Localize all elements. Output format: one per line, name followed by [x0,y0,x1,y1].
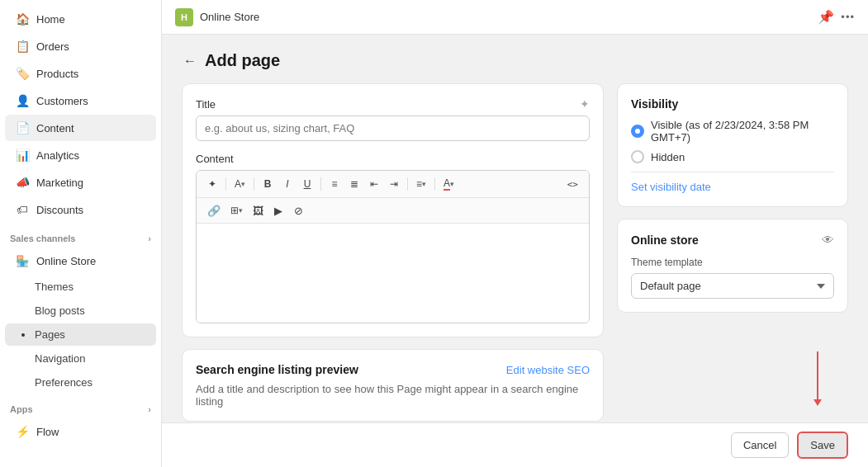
visible-radio[interactable] [631,125,644,138]
sidebar-item-content-label: Content [36,122,74,134]
seo-card: Search engine listing preview Edit websi… [182,349,604,422]
toolbar-divider-4 [407,177,408,191]
online-store-eye-icon[interactable]: 👁 [822,233,834,247]
analytics-icon: 📊 [15,148,30,163]
topbar-title: Online Store [200,11,811,23]
sidebar-sub-blog-posts-label: Blog posts [35,304,85,317]
flow-icon: ⚡ [15,424,30,439]
cancel-button[interactable]: Cancel [731,432,789,458]
rte-format-btn[interactable]: ✦ [203,175,221,193]
sales-channels-chevron[interactable]: › [148,234,151,243]
rte-toolbar-row1: ✦ A ▾ B I U ≡ ≣ [197,171,589,198]
sidebar-item-customers[interactable]: 👤 Customers [5,87,156,114]
customers-icon: 👤 [15,93,30,108]
toolbar-divider-2 [254,177,254,191]
sidebar-item-home[interactable]: 🏠 Home [5,6,156,32]
sidebar-item-products[interactable]: 🏷️ Products [5,60,156,87]
sidebar-sub-navigation[interactable]: Navigation [5,347,156,370]
title-settings-icon[interactable]: ✦ [580,97,590,111]
content-label: Content [196,153,590,165]
seo-description: Add a title and description to see how t… [196,383,590,408]
apps-label: Apps [10,404,33,414]
hidden-radio[interactable] [631,150,644,163]
sidebar-item-discounts-label: Discounts [36,204,83,216]
hidden-label: Hidden [651,151,685,163]
sidebar-item-products-label: Products [36,68,78,80]
marketing-icon: 📣 [15,175,30,190]
save-button[interactable]: Save [797,432,848,459]
visibility-hidden-option[interactable]: Hidden [631,150,834,163]
rte-bold-btn[interactable]: B [259,175,277,193]
rte-video-btn[interactable]: ▶ [269,201,287,219]
sidebar-item-content[interactable]: 📄 Content [5,115,156,141]
topbar-actions: 📌 ••• [818,9,855,25]
apps-section: Apps › [0,394,161,417]
theme-template-select[interactable]: Default page Custom page [631,273,834,299]
online-store-header: Online store 👁 [631,233,834,247]
rte-ol-btn[interactable]: ≣ [345,175,363,193]
main-card: Title ✦ Content ✦ A ▾ [182,83,604,337]
sidebar-item-orders[interactable]: 📋 Orders [5,33,156,59]
seo-header: Search engine listing preview Edit websi… [196,363,590,376]
rte-source-btn[interactable]: <> [563,175,582,193]
rte-italic-btn[interactable]: I [278,175,296,193]
online-store-title: Online store [631,234,699,247]
sidebar-sub-pages-label: Pages [35,328,65,341]
visibility-title: Visibility [631,97,834,111]
set-visibility-date-link[interactable]: Set visibility date [631,181,711,193]
rte-color-btn[interactable]: A ▾ [439,175,458,193]
title-input[interactable] [196,116,590,141]
more-menu-icon[interactable]: ••• [841,11,855,23]
sidebar-item-flow-label: Flow [36,426,59,438]
content-grid: Title ✦ Content ✦ A ▾ [182,83,848,422]
discounts-icon: 🏷 [15,202,30,217]
topbar: H Online Store 📌 ••• [162,0,868,35]
pin-icon[interactable]: 📌 [818,9,834,25]
sidebar-sub-blog-posts[interactable]: Blog posts [5,300,156,322]
shopify-logo: H [175,8,193,26]
online-store-icon: 🏪 [15,253,30,268]
rte-body[interactable] [197,224,589,323]
left-column: Title ✦ Content ✦ A ▾ [182,83,604,422]
sidebar-sub-navigation-label: Navigation [35,352,85,365]
toolbar-divider-1 [225,177,226,191]
sidebar-item-online-store[interactable]: 🏪 Online Store [5,248,156,274]
logo-text: H [181,12,187,22]
sidebar-item-orders-label: Orders [36,40,69,53]
sidebar-item-marketing[interactable]: 📣 Marketing [5,169,156,196]
content-icon: 📄 [15,120,30,135]
rte-table-btn[interactable]: ⊞ ▾ [226,201,247,219]
back-button[interactable]: ← [182,52,198,70]
rte-font-btn[interactable]: A ▾ [230,175,249,193]
visibility-card: Visibility Visible (as of 2/23/2024, 3:5… [617,83,848,207]
visibility-visible-option[interactable]: Visible (as of 2/23/2024, 3:58 PM GMT+7) [631,119,834,144]
apps-chevron[interactable]: › [148,404,151,414]
rte-link-btn[interactable]: 🔗 [203,201,225,219]
sidebar-item-discounts[interactable]: 🏷 Discounts [5,196,156,223]
sidebar-sub-pages[interactable]: Pages [5,323,156,346]
sidebar-sub-themes[interactable]: Themes [5,276,156,298]
visibility-divider [631,172,834,172]
sidebar-item-analytics[interactable]: 📊 Analytics [5,142,156,168]
sales-channels-section: Sales channels › [0,224,161,247]
right-column: Visibility Visible (as of 2/23/2024, 3:5… [617,83,848,422]
theme-template-label: Theme template [631,257,834,268]
edit-seo-link[interactable]: Edit website SEO [506,364,590,376]
sidebar-item-flow[interactable]: ⚡ Flow [5,418,156,445]
rte-outdent-btn[interactable]: ⇤ [365,175,383,193]
rte-clear-btn[interactable]: ⊘ [289,201,307,219]
visible-label: Visible (as of 2/23/2024, 3:58 PM GMT+7) [651,119,834,144]
bottom-bar: Cancel Save [162,422,868,467]
rte-align-btn[interactable]: ≡ ▾ [412,175,430,193]
sidebar-item-marketing-label: Marketing [36,177,83,189]
orders-icon: 📋 [15,39,30,54]
rte-indent-btn[interactable]: ⇥ [385,175,403,193]
sidebar-item-home-label: Home [36,13,65,26]
toolbar-divider-5 [434,177,435,191]
rte-ul-btn[interactable]: ≡ [325,175,344,193]
sidebar-item-analytics-label: Analytics [36,149,79,162]
rte-underline-btn[interactable]: U [298,175,316,193]
rte-image-btn[interactable]: 🖼 [249,201,268,219]
main-area: H Online Store 📌 ••• ← Add page Title [162,0,868,467]
sidebar-sub-preferences[interactable]: Preferences [5,371,156,394]
